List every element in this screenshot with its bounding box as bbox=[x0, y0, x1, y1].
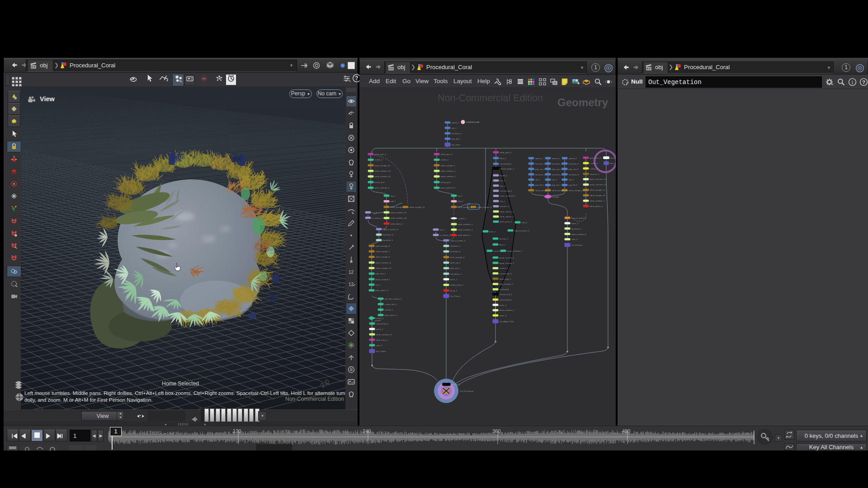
svg-text:connectivity_1: connectivity_1 bbox=[500, 163, 513, 165]
svg-text:poly_fill_1: poly_fill_1 bbox=[535, 184, 544, 186]
svg-text:smooth_1: smooth_1 bbox=[385, 309, 393, 311]
svg-text:branch_end_1: branch_end_1 bbox=[500, 293, 513, 296]
svg-text:connectivity_4: connectivity_4 bbox=[376, 323, 389, 325]
svg-text:attr_from_volume_1: attr_from_volume_1 bbox=[385, 298, 402, 300]
svg-text:merge_proxy_1: merge_proxy_1 bbox=[450, 284, 464, 286]
svg-text:mountain_1: mountain_1 bbox=[535, 163, 546, 165]
svg-text:null_1: null_1 bbox=[500, 200, 505, 202]
svg-text:cv_texture_2: cv_texture_2 bbox=[440, 234, 451, 236]
svg-text:attrib_combine_17: attrib_combine_17 bbox=[376, 333, 392, 336]
svg-text:connectivity_6: connectivity_6 bbox=[500, 299, 512, 301]
svg-text:bias_1: bias_1 bbox=[500, 185, 506, 187]
svg-text:mountain_3: mountain_3 bbox=[569, 163, 579, 165]
svg-text:attrib_wrangle_6: attrib_wrangle_6 bbox=[477, 206, 492, 208]
svg-text:bound_1: bound_1 bbox=[500, 174, 508, 177]
svg-text:group_rename_1: group_rename_1 bbox=[500, 257, 514, 259]
svg-text:scatter_3: scatter_3 bbox=[590, 162, 598, 164]
svg-text:attrib_volume_2: attrib_volume_2 bbox=[500, 216, 514, 218]
svg-text:attrib_wrangle_4: attrib_wrangle_4 bbox=[450, 256, 465, 258]
svg-text:connectivity_5: connectivity_5 bbox=[500, 190, 513, 192]
svg-text:360: 360 bbox=[492, 428, 500, 434]
svg-text:extract_begin_1: extract_begin_1 bbox=[500, 168, 514, 170]
svg-text:grain_consume_14: grain_consume_14 bbox=[590, 178, 607, 180]
svg-text:attrib_combine_14: attrib_combine_14 bbox=[375, 175, 391, 178]
svg-text:name_4: name_4 bbox=[500, 314, 507, 317]
svg-text:scatter_xfer_1: scatter_xfer_1 bbox=[385, 303, 397, 305]
svg-text:attrib_combine_7: attrib_combine_7 bbox=[590, 200, 605, 202]
svg-text:480: 480 bbox=[622, 428, 630, 434]
svg-text:poly_sort_2: poly_sort_2 bbox=[552, 168, 562, 170]
svg-text:blast_1: blast_1 bbox=[500, 157, 506, 160]
svg-text:attrib_wrangle_8: attrib_wrangle_8 bbox=[376, 245, 390, 247]
svg-text:curl_1: curl_1 bbox=[376, 284, 381, 286]
svg-text:switch_2: switch_2 bbox=[459, 217, 467, 220]
svg-text:Out_Pieces: Out_Pieces bbox=[450, 295, 460, 297]
svg-text:measure_1: measure_1 bbox=[590, 173, 600, 175]
svg-text:attrib_wrangle_21: attrib_wrangle_21 bbox=[535, 189, 551, 192]
svg-text:transform_7: transform_7 bbox=[571, 228, 582, 230]
svg-text:transform_1: transform_1 bbox=[535, 174, 546, 176]
svg-text:transform_4: transform_4 bbox=[383, 234, 394, 236]
svg-text:120: 120 bbox=[233, 428, 241, 434]
svg-text:transform_2: transform_2 bbox=[552, 174, 563, 176]
svg-text:scatter_2: scatter_2 bbox=[375, 159, 383, 161]
svg-text:transform_1: transform_1 bbox=[452, 132, 462, 135]
svg-text:attrib_wrangle_10: attrib_wrangle_10 bbox=[375, 164, 391, 167]
svg-text:attrib_wrangle_12: attrib_wrangle_12 bbox=[590, 189, 606, 191]
svg-text:sphere_1: sphere_1 bbox=[535, 157, 544, 160]
svg-text:Geo_Fabric: Geo_Fabric bbox=[376, 350, 387, 352]
svg-text:line_1: line_1 bbox=[440, 229, 445, 231]
svg-text:poly_fill_1: poly_fill_1 bbox=[452, 138, 461, 140]
svg-text:sphere_1: sphere_1 bbox=[452, 122, 460, 124]
svg-text:name_5: name_5 bbox=[571, 222, 579, 225]
svg-text:attrib_delete_3: attrib_delete_3 bbox=[590, 205, 603, 207]
svg-text:name_2: name_2 bbox=[376, 328, 383, 330]
svg-text:switch_3: switch_3 bbox=[376, 317, 384, 319]
svg-text:maintain_2: maintain_2 bbox=[500, 205, 510, 207]
svg-text:transform_6: transform_6 bbox=[450, 250, 461, 253]
svg-text:color_3: color_3 bbox=[376, 344, 383, 347]
svg-text:attrib_combine_2: attrib_combine_2 bbox=[441, 175, 456, 178]
svg-text:attrib_paint_2: attrib_paint_2 bbox=[500, 151, 512, 154]
svg-text:pack_geom_1: pack_geom_1 bbox=[500, 221, 513, 223]
svg-text:poly_reduce_3: poly_reduce_3 bbox=[376, 289, 389, 291]
svg-text:poly_fill_2: poly_fill_2 bbox=[552, 184, 561, 186]
svg-text:group_promote_1: group_promote_1 bbox=[507, 250, 523, 252]
svg-text:copy_to_points_5: copy_to_points_5 bbox=[571, 217, 587, 219]
svg-text:transform_3: transform_3 bbox=[450, 245, 461, 247]
svg-text:attrib_wrangle_30: attrib_wrangle_30 bbox=[590, 194, 606, 197]
svg-text:scatter_4: scatter_4 bbox=[590, 168, 598, 170]
svg-text:attrib_volume_1: attrib_volume_1 bbox=[500, 211, 514, 213]
svg-text:poly_wrangle_1: poly_wrangle_1 bbox=[500, 283, 514, 285]
svg-text:transform_3: transform_3 bbox=[569, 174, 580, 176]
svg-text:attrib_paint_3: attrib_paint_3 bbox=[441, 153, 453, 155]
svg-text:?: ? bbox=[862, 80, 865, 85]
svg-text:Out_Algae_Plate: Out_Algae_Plate bbox=[500, 320, 514, 323]
svg-text:attrib_vop_1: attrib_vop_1 bbox=[450, 262, 461, 264]
svg-text:i: i bbox=[852, 80, 853, 85]
svg-text:grain_consume_15: grain_consume_15 bbox=[590, 183, 607, 186]
svg-text:attrib_wrangle_9: attrib_wrangle_9 bbox=[376, 256, 390, 258]
svg-text:ray_2: ray_2 bbox=[458, 195, 463, 197]
svg-text:CONTROLLER: CONTROLLER bbox=[466, 121, 479, 123]
svg-text:color_2: color_2 bbox=[571, 238, 578, 240]
svg-text:grab_point_1: grab_point_1 bbox=[590, 157, 602, 159]
svg-text:attrib_delete_1: attrib_delete_1 bbox=[391, 223, 404, 225]
svg-text:clip_1: clip_1 bbox=[452, 127, 457, 129]
svg-text:group_expand_1: group_expand_1 bbox=[376, 278, 391, 281]
svg-text:attrib_wrangle_11: attrib_wrangle_11 bbox=[410, 206, 425, 208]
svg-text:null_2: null_2 bbox=[391, 200, 396, 202]
svg-text:attrib_wrangle_2: attrib_wrangle_2 bbox=[441, 164, 455, 167]
svg-text:null_delete_1: null_delete_1 bbox=[450, 273, 462, 275]
svg-text:grow_replicate_2: grow_replicate_2 bbox=[441, 187, 456, 189]
svg-text:pack_1: pack_1 bbox=[490, 230, 496, 233]
svg-text:normal_2: normal_2 bbox=[494, 250, 502, 252]
svg-text:attrib_combine_6: attrib_combine_6 bbox=[571, 233, 587, 235]
svg-text:Out_Preview: Out_Preview bbox=[571, 244, 583, 246]
svg-text:name_1: name_1 bbox=[450, 278, 458, 281]
svg-text:240: 240 bbox=[363, 428, 371, 434]
svg-text:attrib_combine_16: attrib_combine_16 bbox=[391, 217, 407, 219]
svg-text:mountain_2: mountain_2 bbox=[552, 163, 562, 165]
svg-text:rename_1: rename_1 bbox=[500, 267, 509, 269]
svg-text:sphere_3: sphere_3 bbox=[569, 157, 577, 160]
